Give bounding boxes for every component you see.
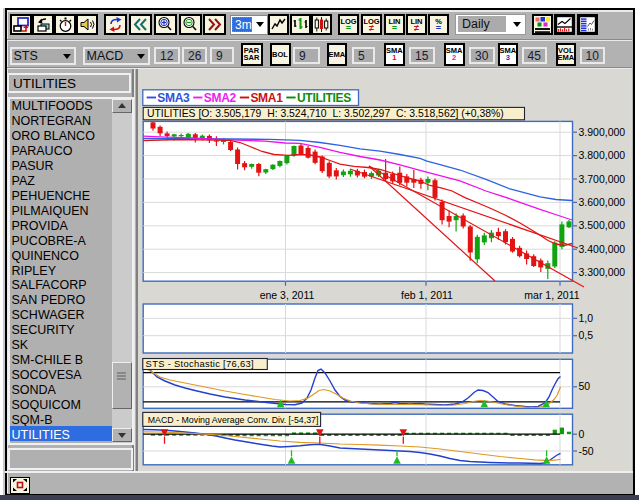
svg-text:SMA2: SMA2 bbox=[204, 91, 237, 105]
svg-text:3.600,000: 3.600,000 bbox=[579, 196, 626, 208]
svg-text:STS - Stochastic [76,63]: STS - Stochastic [76,63] bbox=[146, 358, 254, 369]
svg-text:50: 50 bbox=[579, 380, 591, 392]
svg-text:1,0: 1,0 bbox=[579, 312, 594, 324]
svg-text:3.700,000: 3.700,000 bbox=[579, 173, 626, 185]
svg-text:ene 3, 2011: ene 3, 2011 bbox=[260, 289, 315, 301]
svg-text:3.800,000: 3.800,000 bbox=[579, 149, 626, 161]
svg-text:0: 0 bbox=[579, 428, 585, 440]
svg-text:3.300,000: 3.300,000 bbox=[579, 266, 626, 278]
svg-text:-50: -50 bbox=[579, 445, 594, 457]
svg-text:SMA1: SMA1 bbox=[250, 91, 283, 105]
svg-text:3.400,000: 3.400,000 bbox=[579, 243, 626, 255]
svg-text:UTILITIES [O: 3.505,179 H: 3.: UTILITIES [O: 3.505,179 H: 3.524,710 L: … bbox=[147, 108, 504, 119]
svg-text:SMA3: SMA3 bbox=[157, 91, 190, 105]
svg-text:mar 1, 2011: mar 1, 2011 bbox=[524, 289, 579, 301]
svg-text:feb 1, 2011: feb 1, 2011 bbox=[401, 289, 453, 301]
svg-text:UTILITIES: UTILITIES bbox=[297, 91, 351, 105]
svg-text:3.500,000: 3.500,000 bbox=[579, 219, 626, 231]
svg-text:3.900,000: 3.900,000 bbox=[579, 126, 626, 138]
svg-text:0,5: 0,5 bbox=[579, 329, 594, 341]
svg-text:MACD - Moving Average Conv. Di: MACD - Moving Average Conv. Div. [-54,37… bbox=[148, 415, 319, 425]
